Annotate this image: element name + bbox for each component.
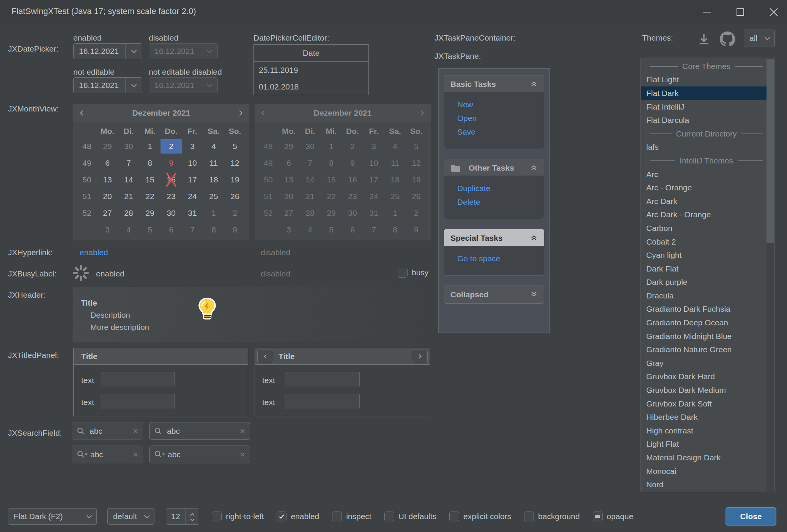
clear-icon[interactable]: × — [240, 427, 245, 436]
datepicker-not-editable[interactable]: 16.12.2021 — [73, 77, 142, 93]
theme-list-item[interactable]: Gruvbox Dark Medium — [641, 383, 767, 397]
day-cell[interactable]: 24 — [182, 192, 203, 201]
clear-icon[interactable]: × — [133, 427, 138, 436]
theme-list-item[interactable]: Gray — [641, 356, 767, 370]
search-input[interactable] — [88, 450, 133, 460]
day-cell[interactable]: 4 — [118, 225, 139, 234]
date-value[interactable]: 16.12.2021 — [74, 47, 125, 56]
theme-list-item[interactable]: Cyan light — [641, 248, 767, 262]
day-cell[interactable]: 8 — [203, 225, 224, 234]
day-cell[interactable]: 6 — [97, 159, 118, 168]
themes-filter-combobox[interactable]: all — [744, 30, 775, 47]
theme-list-item[interactable]: Flat Light — [641, 73, 767, 87]
checkbox-box[interactable] — [593, 512, 603, 521]
theme-list-item[interactable]: Gradianto Nature Green — [641, 343, 767, 356]
taskpane-header[interactable]: Collapsed — [444, 286, 544, 304]
day-cell[interactable]: 2 — [224, 209, 246, 218]
theme-list-item[interactable]: lafs — [641, 141, 767, 154]
datepicker-dropdown-button[interactable] — [125, 44, 142, 59]
taskpane-header[interactable]: Special Tasks — [444, 229, 544, 247]
text-input[interactable] — [100, 394, 174, 408]
theme-list-item[interactable]: Monocai — [641, 465, 767, 478]
theme-list-item[interactable]: Material Design Dark — [641, 451, 767, 465]
day-cell[interactable]: 11 — [203, 159, 224, 168]
day-cell[interactable]: 8 — [139, 159, 161, 168]
monthview-enabled[interactable]: Dezember 2021Mo.Di.Mi.Do.Fr.Sa.So.482930… — [73, 104, 249, 240]
text-input[interactable] — [284, 372, 359, 386]
day-cell[interactable]: 3 — [182, 142, 203, 151]
style-combobox[interactable]: default — [107, 508, 154, 525]
scrollbar-thumb[interactable] — [767, 59, 774, 243]
theme-list-item[interactable]: Dark Flat — [641, 262, 767, 276]
task-link[interactable]: Duplicate — [457, 182, 544, 195]
maximize-button[interactable] — [727, 0, 754, 24]
table-row[interactable]: 01.02.2018 — [254, 78, 368, 95]
close-window-button[interactable] — [760, 0, 787, 24]
search-field-with-menu[interactable]: × — [72, 446, 143, 463]
day-cell[interactable]: 27 — [97, 209, 118, 218]
theme-list-item[interactable]: Light Flat — [641, 438, 767, 451]
search-field-with-menu[interactable]: × — [149, 446, 250, 463]
day-cell[interactable]: 1 — [203, 209, 224, 218]
day-cell[interactable]: 9 — [161, 159, 182, 168]
day-cell[interactable]: 21 — [118, 192, 139, 201]
theme-list-item[interactable]: High contrast — [641, 424, 767, 438]
task-link[interactable]: Go to space — [457, 252, 544, 265]
download-themes-button[interactable] — [697, 32, 711, 49]
task-link[interactable]: Save — [457, 125, 544, 139]
day-cell[interactable]: 28 — [118, 209, 139, 218]
checkbox-box[interactable] — [277, 512, 286, 521]
datepicker-enabled[interactable]: 16.12.2021 — [73, 43, 142, 59]
day-cell[interactable]: 1 — [139, 142, 161, 151]
day-cell[interactable]: 2 — [161, 139, 182, 154]
date-column-header[interactable]: Date — [254, 45, 368, 62]
day-cell[interactable]: 9 — [224, 225, 246, 234]
theme-list-item[interactable]: Hiberbee Dark — [641, 410, 767, 424]
day-cell[interactable]: 14 — [118, 175, 139, 184]
day-cell[interactable]: 31 — [182, 209, 203, 218]
themes-list[interactable]: Core ThemesFlat LightFlat DarkFlat Intel… — [641, 58, 774, 492]
search-input[interactable] — [165, 450, 240, 460]
day-cell[interactable]: 6 — [161, 225, 182, 234]
theme-list-item[interactable]: Arc Dark — [641, 195, 767, 208]
day-cell[interactable]: 30 — [161, 209, 182, 218]
checkbox-box[interactable] — [384, 512, 394, 521]
day-cell[interactable]: 7 — [118, 159, 139, 168]
font-size-spinner[interactable]: 12 — [166, 508, 199, 525]
theme-list-item[interactable]: Carbon — [641, 221, 767, 235]
task-link[interactable]: New — [457, 98, 544, 111]
panel-left-button[interactable] — [257, 350, 273, 363]
theme-list-item[interactable]: Gradianto Midnight Blue — [641, 330, 767, 343]
day-cell[interactable]: 26 — [224, 192, 246, 201]
theme-list-item[interactable]: Flat IntelliJ — [641, 100, 767, 114]
day-cell[interactable]: 10 — [182, 159, 203, 168]
github-button[interactable] — [719, 30, 736, 50]
day-cell[interactable]: 23 — [161, 192, 182, 201]
day-cell[interactable]: 13 — [97, 175, 118, 184]
search-menu-icon[interactable] — [77, 450, 88, 459]
day-cell[interactable]: 12 — [224, 159, 246, 168]
theme-list-item[interactable]: Gradianto Deep Ocean — [641, 316, 767, 330]
day-cell[interactable]: 19 — [224, 175, 246, 184]
day-cell[interactable]: 5 — [139, 225, 161, 234]
day-cell[interactable]: 30 — [118, 142, 139, 151]
day-cell[interactable]: 29 — [139, 209, 161, 218]
theme-list-item[interactable]: Arc Dark - Orange — [641, 208, 767, 222]
day-cell[interactable]: 18 — [203, 175, 224, 184]
clear-icon[interactable]: × — [133, 450, 138, 459]
laf-combobox[interactable]: Flat Dark (F2) — [8, 508, 97, 525]
day-cell[interactable]: 29 — [97, 142, 118, 151]
search-input[interactable] — [162, 426, 240, 436]
busy-checkbox[interactable] — [398, 268, 408, 278]
day-cell[interactable]: 5 — [224, 142, 246, 151]
day-cell[interactable]: 7 — [182, 225, 203, 234]
checkbox-box[interactable] — [524, 512, 534, 521]
panel-right-button[interactable] — [412, 350, 428, 363]
theme-list-item[interactable]: Arc - Orange — [641, 181, 767, 195]
day-cell[interactable]: 17 — [182, 175, 203, 184]
task-link[interactable]: Delete — [457, 195, 544, 209]
scrollbar-track[interactable] — [767, 58, 774, 492]
day-cell[interactable]: 22 — [139, 192, 161, 201]
day-cell[interactable]: 16 — [161, 175, 182, 184]
day-cell[interactable]: 3 — [97, 225, 118, 234]
